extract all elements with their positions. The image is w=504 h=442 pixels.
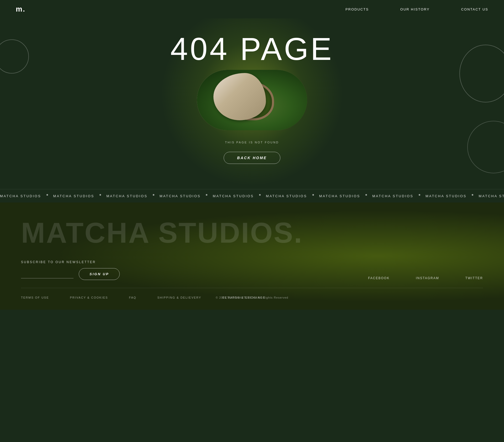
nav-products[interactable]: PRODUCTS xyxy=(345,7,369,11)
nav-contact-us[interactable]: CONTACT US xyxy=(461,7,488,11)
nav-our-history[interactable]: OUR HISTORY xyxy=(400,7,430,11)
header: m. PRODUCTS OUR HISTORY CONTACT US xyxy=(0,0,504,18)
marquee-item: MATCHA STUDIOS xyxy=(266,194,307,198)
footer: MATCHA STUDIOS. SUBSCRIBE TO OUR NEWSLET… xyxy=(0,202,504,310)
social-twitter[interactable]: TWITTER xyxy=(465,276,483,280)
social-facebook[interactable]: FACEBOOK xyxy=(368,276,390,280)
social-links: FACEBOOK INSTAGRAM TWITTER xyxy=(368,276,483,280)
hero-section: 404 PAGE THIS PAGE IS NOT FOUND BACK HOM… xyxy=(0,18,504,189)
marquee-item: MATCHA STUDIOS xyxy=(0,194,41,198)
marquee-dot xyxy=(472,194,473,196)
marquee-item: MATCHA STUDIOS xyxy=(106,194,148,198)
deco-circle-right xyxy=(459,45,504,102)
marquee-item: MATCHA STUDIOS xyxy=(319,194,360,198)
marquee-dot xyxy=(312,194,314,196)
footer-bottom: TERMS OF USE PRIVACY & COOKIES FAQ SHIPP… xyxy=(21,293,483,299)
back-home-button[interactable]: BACK HOME xyxy=(224,152,280,164)
marquee-dot xyxy=(153,194,154,196)
error-title: 404 PAGE xyxy=(170,33,334,65)
marquee-dot xyxy=(365,194,367,196)
marquee-item: MATCHA STUDIOS xyxy=(53,194,94,198)
marquee-dot xyxy=(46,194,48,196)
social-instagram[interactable]: INSTAGRAM xyxy=(416,276,439,280)
sign-up-button[interactable]: SIGN UP xyxy=(79,268,120,280)
footer-divider xyxy=(21,288,483,288)
footer-middle: SUBSCRIBE TO OUR NEWSLETTER SIGN UP FACE… xyxy=(21,260,483,280)
marquee-strip: MATCHA STUDIOS MATCHA STUDIOS MATCHA STU… xyxy=(0,189,504,202)
marquee-item: MATCHA STUDIOS xyxy=(479,194,504,198)
marquee-inner: MATCHA STUDIOS MATCHA STUDIOS MATCHA STU… xyxy=(0,194,504,198)
marquee-item: MATCHA STUDIOS xyxy=(426,194,467,198)
link-faq[interactable]: FAQ xyxy=(129,296,136,299)
newsletter-section: SUBSCRIBE TO OUR NEWSLETTER SIGN UP xyxy=(21,260,120,280)
link-privacy[interactable]: PRIVACY & COOKIES xyxy=(70,296,108,299)
newsletter-form: SIGN UP xyxy=(21,268,120,280)
logo[interactable]: m. xyxy=(16,5,25,13)
marquee-item: MATCHA STUDIOS xyxy=(160,194,201,198)
newsletter-label: SUBSCRIBE TO OUR NEWSLETTER xyxy=(21,260,120,264)
newsletter-input[interactable] xyxy=(21,270,74,278)
deco-circle-left xyxy=(0,39,29,74)
nav: PRODUCTS OUR HISTORY CONTACT US xyxy=(345,7,488,11)
marquee-item: MATCHA STUDIOS xyxy=(213,194,254,198)
marquee-item: MATCHA STUDIOS xyxy=(372,194,413,198)
deco-circle-right2 xyxy=(467,121,504,173)
marquee-dot xyxy=(419,194,420,196)
hero-image xyxy=(197,70,307,130)
not-found-text: THIS PAGE IS NOT FOUND xyxy=(225,141,279,144)
marquee-dot xyxy=(206,194,207,196)
footer-brand: MATCHA STUDIOS. xyxy=(21,218,483,247)
marquee-dot xyxy=(259,194,261,196)
link-shipping[interactable]: SHIPPING & DELIEVERY xyxy=(157,296,201,299)
footer-copyright: © 2021 MATCHASTUDIOS. All Rights Reserve… xyxy=(216,296,288,299)
marquee-dot xyxy=(99,194,101,196)
link-terms[interactable]: TERMS OF USE xyxy=(21,296,49,299)
tea-illustration xyxy=(197,70,307,130)
